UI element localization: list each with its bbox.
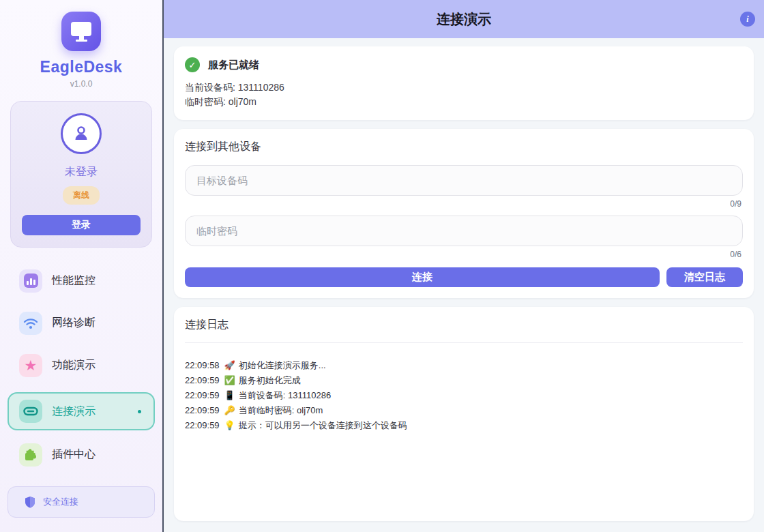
page-header: 连接演示 i	[164, 0, 764, 38]
shield-icon	[25, 496, 35, 508]
sidebar-item-performance[interactable]: 性能监控	[8, 265, 155, 296]
check-icon: ✅	[224, 373, 235, 388]
temp-password-input[interactable]	[185, 216, 743, 246]
clear-log-button[interactable]: 清空日志	[666, 267, 743, 287]
log-entry: 22:09:59💡提示：可以用另一个设备连接到这个设备码	[185, 418, 743, 433]
person-icon	[71, 123, 91, 144]
rocket-icon: 🚀	[224, 358, 235, 373]
monitor-icon	[71, 22, 91, 42]
sidebar-item-connection[interactable]: 连接演示	[8, 392, 155, 430]
user-card: 未登录 离线 登录	[10, 101, 152, 248]
sidebar-item-label: 功能演示	[52, 358, 96, 372]
temp-password-line: 临时密码: olj70m	[185, 95, 743, 109]
sidebar-item-label: 连接演示	[52, 404, 96, 419]
key-icon: 🔑	[224, 403, 235, 418]
avatar	[61, 113, 102, 154]
main-area: 连接演示 i ✓ 服务已就绪 当前设备码: 131110286 临时密码: ol…	[164, 0, 764, 532]
sidebar-item-label: 性能监控	[52, 274, 96, 288]
connection-log-card: 连接日志 22:09:58🚀初始化连接演示服务... 22:09:59✅服务初始…	[174, 307, 754, 521]
log-list: 22:09:58🚀初始化连接演示服务... 22:09:59✅服务初始化完成 2…	[185, 343, 743, 433]
login-status-text: 未登录	[65, 165, 98, 179]
secure-connection-badge: 安全连接	[8, 486, 155, 518]
wifi-icon	[19, 312, 42, 335]
device-code-counter: 0/9	[185, 199, 741, 209]
content-area: ✓ 服务已就绪 当前设备码: 131110286 临时密码: olj70m 连接…	[164, 38, 764, 532]
sidebar-item-plugins[interactable]: 插件中心	[8, 439, 155, 470]
sidebar-item-network[interactable]: 网络诊断	[8, 308, 155, 338]
page-title: 连接演示	[437, 10, 491, 29]
password-counter: 0/6	[185, 250, 741, 259]
link-icon	[19, 400, 42, 423]
sidebar-item-features[interactable]: ★ 功能演示	[8, 350, 155, 381]
secure-connection-label: 安全连接	[43, 496, 78, 508]
sidebar: EagleDesk v1.0.0 未登录 离线 登录 性能监控	[0, 0, 164, 532]
service-status-card: ✓ 服务已就绪 当前设备码: 131110286 临时密码: olj70m	[174, 46, 754, 120]
puzzle-icon	[19, 443, 42, 467]
app-version: v1.0.0	[70, 79, 93, 89]
status-badge: 离线	[63, 186, 100, 205]
connect-button[interactable]: 连接	[185, 267, 660, 287]
service-ready-title: 服务已就绪	[208, 59, 259, 72]
log-entry: 22:09:59📱当前设备码: 131110286	[185, 388, 743, 403]
target-device-input[interactable]	[185, 165, 743, 196]
info-icon[interactable]: i	[740, 12, 755, 27]
connect-card: 连接到其他设备 0/9 0/6 连接 清空日志	[174, 129, 754, 298]
device-code-line: 当前设备码: 131110286	[185, 80, 743, 95]
sidebar-menu: 性能监控 网络诊断 ★ 功能演示	[0, 265, 162, 482]
app-title: EagleDesk	[40, 58, 123, 76]
app-logo	[61, 12, 101, 51]
sidebar-item-label: 网络诊断	[52, 316, 96, 330]
sidebar-item-label: 插件中心	[52, 447, 96, 462]
log-entry: 22:09:58🚀初始化连接演示服务...	[185, 358, 743, 373]
log-entry: 22:09:59🔑当前临时密码: olj70m	[185, 403, 743, 418]
bulb-icon: 💡	[224, 418, 235, 433]
phone-icon: 📱	[224, 388, 235, 403]
check-circle-icon: ✓	[185, 57, 200, 72]
connect-card-title: 连接到其他设备	[185, 140, 743, 154]
star-icon: ★	[19, 354, 42, 377]
bar-chart-icon	[19, 269, 42, 293]
active-indicator-dot	[138, 410, 141, 413]
log-entry: 22:09:59✅服务初始化完成	[185, 373, 743, 388]
login-button[interactable]: 登录	[22, 215, 141, 235]
log-card-title: 连接日志	[185, 318, 743, 343]
